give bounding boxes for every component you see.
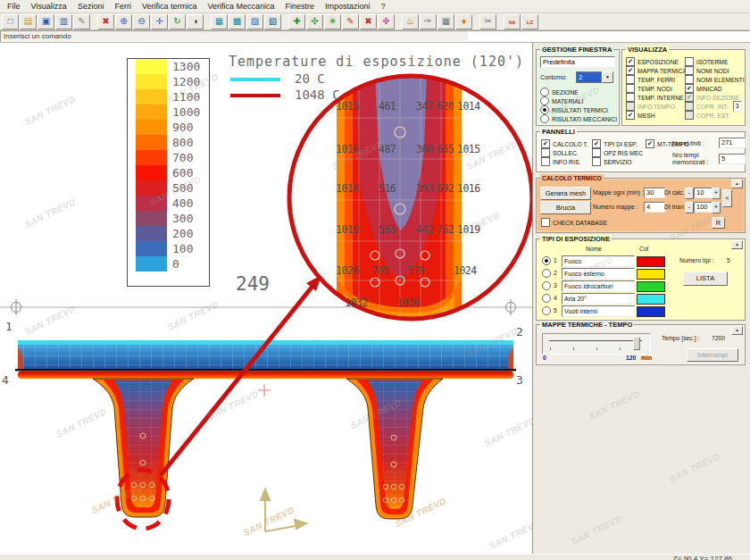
- check-nomi-nodi[interactable]: NOMI NODI: [685, 66, 745, 75]
- interrompi-button[interactable]: Interrompi: [687, 348, 738, 362]
- check-temp-interne[interactable]: TEMP. INTERNE: [626, 93, 687, 102]
- expand-button[interactable]: <: [722, 189, 732, 207]
- dt-trian-minus-button[interactable]: -: [685, 202, 694, 213]
- print-preview-icon[interactable]: ✎: [73, 14, 90, 29]
- checkbox-icon: [541, 157, 550, 166]
- tipo-name-field[interactable]: Vuoti interni: [562, 305, 635, 317]
- tipo-name-field[interactable]: Aria 20°: [562, 293, 635, 305]
- check-mesh[interactable]: ✔MESH: [626, 111, 687, 120]
- copr-int-field[interactable]: 3: [733, 101, 742, 112]
- time-slider[interactable]: [542, 333, 651, 355]
- menu-item-ferri[interactable]: Ferri: [109, 1, 137, 13]
- pan-icon[interactable]: ✛: [151, 14, 168, 29]
- check-calcolo-t-[interactable]: ✔CALCOLO T.: [541, 139, 588, 148]
- dt-calc-plus-button[interactable]: +: [712, 188, 721, 199]
- checkbox-icon: [685, 111, 694, 120]
- slider-thumb[interactable]: [633, 337, 640, 350]
- checkbox-label: COPR. INT.: [696, 104, 729, 110]
- tipo-name-field[interactable]: Fuoco esterno: [562, 268, 635, 280]
- tipo-name-field[interactable]: Fuoco: [562, 255, 635, 267]
- radio-risultati-termici[interactable]: RISULTATI TERMICI: [540, 105, 617, 114]
- contorno-dropdown[interactable]: 2 ▼: [576, 71, 613, 83]
- temp-points-view-icon[interactable]: ▩: [229, 14, 246, 29]
- r-button[interactable]: R: [712, 217, 725, 229]
- cut-section-icon[interactable]: ✂: [479, 14, 496, 29]
- check-mappa-termica[interactable]: ✔MAPPA TERMICA: [626, 66, 687, 75]
- report-sheet-icon[interactable]: ✑: [420, 14, 437, 29]
- tipo-radio-3[interactable]: [542, 281, 551, 290]
- lista-button[interactable]: LISTA: [683, 272, 728, 286]
- fire-exposure-icon[interactable]: ♨: [402, 14, 419, 29]
- add-element-icon[interactable]: ✣: [306, 14, 323, 29]
- delete-node-icon[interactable]: ✖: [360, 14, 377, 29]
- delete-icon[interactable]: ✖: [97, 14, 114, 29]
- drawing-canvas[interactable]: 1300120011001000900800700600500400300200…: [0, 43, 532, 554]
- material-strength-icon[interactable]: fck: [504, 14, 521, 29]
- new-file-icon[interactable]: □: [2, 14, 19, 29]
- refresh-icon-glyph: ↻: [173, 16, 180, 26]
- check-database-checkbox[interactable]: CHECK DATABASE: [541, 218, 607, 227]
- dt-trian-plus-button[interactable]: +: [712, 202, 721, 213]
- collapse-mappe-button[interactable]: ▴: [731, 326, 743, 335]
- tipo-name-field[interactable]: Fuoco idrocarburi: [562, 280, 635, 292]
- check-esposizione[interactable]: ✔ESPOSIZIONE: [626, 57, 687, 66]
- check-opz-ris-mec[interactable]: OPZ RIS MEC: [592, 148, 643, 157]
- check-temp-nodi[interactable]: TEMP. NODI: [626, 84, 687, 93]
- command-input[interactable]: [469, 30, 750, 42]
- tipo-radio-5[interactable]: [542, 306, 551, 315]
- tipo-radio-1[interactable]: [542, 256, 551, 265]
- check-temp-ferri[interactable]: TEMP. FERRI: [626, 75, 687, 84]
- menu-item-verifica-termica[interactable]: Verifica termica: [137, 1, 203, 13]
- mappe-ogni-field[interactable]: 30: [644, 188, 665, 198]
- chevron-down-icon[interactable]: ▼: [602, 71, 613, 83]
- check-copr-int-[interactable]: COPR. INT.3: [685, 102, 745, 111]
- dt-calc-minus-button[interactable]: -: [685, 188, 694, 199]
- menu-item-finestre[interactable]: Finestre: [279, 1, 320, 13]
- legend-band: [136, 59, 167, 74]
- generate-mesh-icon[interactable]: ✳: [324, 14, 341, 29]
- genera-mesh-button[interactable]: Genera mesh: [540, 187, 591, 200]
- numero-mappe-field[interactable]: 4: [644, 202, 665, 213]
- edit-node-icon[interactable]: ✎: [342, 14, 359, 29]
- open-folder-icon[interactable]: ▤: [20, 14, 37, 29]
- mesh-view-icon[interactable]: ▨: [246, 14, 263, 29]
- save-all-icon[interactable]: ▥: [55, 14, 72, 29]
- window-preset-input[interactable]: [540, 56, 615, 68]
- check-servizio[interactable]: SERVIZIO: [592, 157, 643, 166]
- check-nomi-elementi[interactable]: NOMI ELEMENTI: [685, 75, 745, 84]
- material-thermal-icon[interactable]: λ,C: [521, 14, 538, 29]
- menu-item-impostazioni[interactable]: Impostazioni: [320, 1, 376, 13]
- shade-icon[interactable]: ◑: [187, 14, 204, 29]
- check-info-tempo[interactable]: INFO TEMPO: [626, 102, 687, 111]
- check-info-ris-[interactable]: INFO RIS.: [541, 157, 588, 166]
- radio-sezione[interactable]: SEZIONE: [540, 88, 617, 96]
- check-tipi-di-esp-[interactable]: ✔TIPI DI ESP.: [592, 139, 643, 148]
- add-node-icon[interactable]: ✚: [288, 14, 305, 29]
- radio-materiali[interactable]: MATERIALI: [540, 96, 617, 105]
- menu-item-visualizza[interactable]: Visualizza: [26, 1, 72, 13]
- legend-band: [136, 135, 167, 150]
- check-minicad[interactable]: ✔MINICAD: [685, 84, 745, 93]
- check-copr-est-[interactable]: COPR. EST.: [685, 111, 745, 120]
- thermal-map-view-icon[interactable]: ▦: [211, 14, 228, 29]
- collapse-calcolo-button[interactable]: ▴: [731, 180, 743, 188]
- menu-item-verifica-meccanica[interactable]: Verifica Meccanica: [202, 1, 279, 13]
- menu-item-sezioni[interactable]: Sezioni: [72, 1, 110, 13]
- zoom-in-icon[interactable]: ⊕: [115, 14, 132, 29]
- zoom-out-icon[interactable]: ⊖: [133, 14, 150, 29]
- check-sollec-[interactable]: SOLLEC.: [541, 148, 588, 157]
- tipo-radio-4[interactable]: [542, 294, 551, 303]
- refresh-icon[interactable]: ↻: [169, 14, 186, 29]
- results-view-icon[interactable]: ▧: [264, 14, 281, 29]
- brucia-button[interactable]: Brucia: [540, 201, 591, 214]
- flame-icon[interactable]: ♦: [455, 14, 472, 29]
- node-properties-icon[interactable]: ✤: [378, 14, 395, 29]
- tipo-radio-2[interactable]: [542, 269, 551, 278]
- radio-risultati-meccanici[interactable]: RISULTATI MECCANICI: [540, 114, 617, 123]
- menu-item-file[interactable]: File: [2, 1, 26, 13]
- check-isoterme[interactable]: ISOTERME: [685, 57, 745, 66]
- tipo-color-swatch: [637, 269, 665, 280]
- table-grid-icon[interactable]: ▦: [438, 14, 454, 29]
- save-icon[interactable]: ▣: [38, 14, 54, 29]
- menu-item-?[interactable]: ?: [376, 1, 391, 13]
